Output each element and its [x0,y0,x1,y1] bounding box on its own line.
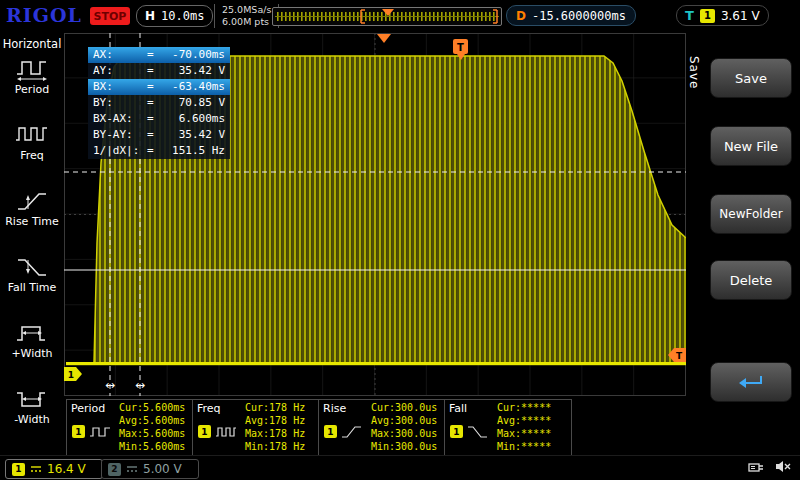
left-measure-menu: Horizontal Period Freq Rise Time [0,32,64,455]
measurement-min: Min:5.600ms [119,440,185,453]
oscilloscope-screen: RIGOL STOP H 10.0ms 25.0MSa/s 6.00M pts [0,0,800,480]
cursor-label: BX-AX: [93,111,147,127]
fall-time-icon [14,254,50,280]
acquisition-info: 25.0MSa/s 6.00M pts [214,4,279,28]
cursor-eq: = [147,95,160,111]
trigger-label: T [685,8,694,23]
trigger-level-value: 3.61 V [721,9,760,23]
return-arrow-icon [738,373,764,391]
channel2-scale: 5.00 V [143,462,182,476]
menu-item-rise-time[interactable]: Rise Time [0,188,64,228]
measurement-name: Period [71,402,105,415]
horizontal-timebase-group[interactable]: H 10.0ms [136,5,213,27]
measurement-max: Max:5.600ms [119,427,185,440]
sample-rate: 25.0MSa/s [222,4,271,16]
measurement-min: Min:300.0us [371,440,437,453]
new-folder-button[interactable]: NewFolder [710,194,792,234]
cursor-label: 1/|dX|: [93,143,147,159]
svg-text:T: T [457,42,464,53]
channel1-badge: 1 [12,463,25,476]
rise-time-icon [14,188,50,214]
cursor-value: 70.85 V [160,95,225,111]
menu-item-minus-width[interactable]: -Width [0,386,64,426]
menu-item-label: +Width [0,348,64,360]
measurement-source-badge: 1 [72,425,85,438]
cursor-a-arrow-icon: ↔ [105,378,115,392]
measurement-min: Min:178 Hz [245,440,305,453]
menu-item-period[interactable]: Period [0,56,64,96]
delay-label: D [516,9,526,23]
measurement-max: Max:300.0us [371,427,437,440]
measurement-cur: Cur:***** [497,401,551,414]
measurement-max: Max:178 Hz [245,427,305,440]
menu-item-label: Freq [0,150,64,162]
delay-value: -15.6000000ms [532,9,626,23]
freq-icon [14,122,50,148]
measurement-avg: Avg:5.600ms [119,414,185,427]
freq-glyph-icon [215,425,237,439]
menu-item-fall-time[interactable]: Fall Time [0,254,64,294]
preview-waveform-icon [273,8,501,25]
measurement-avg: Avg:***** [497,414,551,427]
waveform-preview-bar[interactable] [272,7,502,26]
measurement-avg: Avg:300.0us [371,414,437,427]
trigger-source-badge: 1 [700,9,715,23]
ch1-baseline [66,362,686,365]
back-button[interactable] [710,362,792,402]
trigger-delay-group[interactable]: D -15.6000000ms [506,5,636,26]
cursor-row-ay: AY: = 35.42 V [88,63,230,79]
measurement-name: Fall [449,402,467,415]
cursor-row-bx[interactable]: BX: = -63.40ms [88,79,230,95]
measurement-source-badge: 1 [450,425,463,438]
cursor-measurement-panel: AX: = -70.00ms AY: = 35.42 V BX: = -63.4… [88,47,230,159]
measurement-name: Rise [323,402,346,415]
period-icon [14,56,50,82]
cursor-eq: = [147,63,160,79]
cursor-row-ax[interactable]: AX: = -70.00ms [88,47,230,63]
channel2-badge: 2 [108,463,121,476]
memory-depth: 6.00M pts [222,16,271,28]
save-button[interactable]: Save [710,58,792,98]
measurement-source-badge: 1 [198,425,211,438]
measurement-box-fall[interactable]: Fall 1 Cur:***** Avg:***** Max:***** Min… [444,399,572,456]
measurement-cur: Cur:178 Hz [245,401,305,414]
delete-button[interactable]: Delete [710,260,792,300]
svg-text:T: T [676,351,683,361]
menu-item-plus-width[interactable]: +Width [0,320,64,360]
measurement-min: Min:***** [497,440,551,453]
measurement-cur: Cur:5.600ms [119,401,185,414]
cursor-eq: = [147,47,160,63]
cursor-value: 35.42 V [160,63,225,79]
measurement-cur: Cur:300.0us [371,401,437,414]
menu-item-label: -Width [0,414,64,426]
run-stop-indicator[interactable]: STOP [90,7,130,25]
measurement-box-rise[interactable]: Rise 1 Cur:300.0us Avg:300.0us Max:300.0… [318,399,446,456]
ch2-coupling-icon [126,464,138,474]
cursor-eq: = [147,143,160,159]
trigger-status-group[interactable]: T 1 3.61 V [676,5,769,26]
plus-width-icon [14,320,50,346]
measurement-name: Freq [197,402,221,415]
speaker-mute-icon [774,459,792,474]
measurement-box-period[interactable]: Period 1 Cur:5.600ms Avg:5.600ms Max:5.6… [66,399,194,456]
menu-item-freq[interactable]: Freq [0,122,64,162]
channel2-status[interactable]: 2 5.00 V [101,459,199,479]
measurement-box-freq[interactable]: Freq 1 Cur:178 Hz Avg:178 Hz Max:178 Hz … [192,399,320,456]
cursor-label: BY-AY: [93,127,147,143]
horizontal-label: H [145,9,155,23]
cursor-row-by: BY: = 70.85 V [88,95,230,111]
bottom-status-bar: 1 16.4 V 2 5.00 V [0,455,800,480]
cursor-value: -63.40ms [160,79,225,95]
measurement-avg: Avg:178 Hz [245,414,305,427]
cursor-row-inverse-dx: 1/|dX|: = 151.5 Hz [88,143,230,159]
cursor-eq: = [147,127,160,143]
cursor-label: AX: [93,47,147,63]
cursor-eq: = [147,111,160,127]
channel1-status[interactable]: 1 16.4 V [5,459,103,479]
channel1-scale: 16.4 V [47,462,86,476]
new-file-button[interactable]: New File [710,126,792,166]
top-status-bar: RIGOL STOP H 10.0ms 25.0MSa/s 6.00M pts [0,0,800,32]
menu-item-label: Rise Time [0,216,64,228]
cursor-value: 151.5 Hz [160,143,225,159]
minus-width-icon [14,386,50,412]
